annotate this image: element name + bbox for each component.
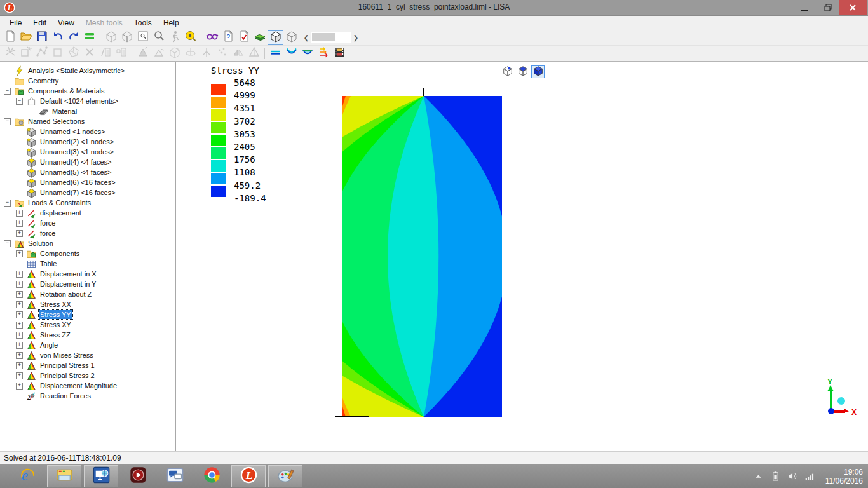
taskbar-media-player-button[interactable]: [121, 465, 155, 487]
undo-button[interactable]: [50, 30, 65, 45]
restore-button[interactable]: [818, 0, 837, 15]
tree-item-components[interactable]: +Components: [0, 248, 175, 259]
layers-button[interactable]: [252, 30, 268, 45]
view-hidden-line-cube-button[interactable]: [516, 65, 529, 78]
tree-item-default-1024-elements[interactable]: −Default <1024 elements>: [0, 96, 175, 106]
tree-item-label[interactable]: Unnamed(4) <4 faces>: [39, 158, 113, 166]
tree-expander-plus-icon[interactable]: +: [16, 383, 23, 390]
tree-item-label[interactable]: force: [39, 219, 57, 227]
tree-expander-plus-icon[interactable]: +: [16, 372, 23, 379]
tree-item-displacement-in-y[interactable]: +Displacement in Y: [0, 279, 175, 289]
tree-item-label[interactable]: Loads & Constraints: [27, 198, 92, 207]
menu-item-edit[interactable]: Edit: [27, 17, 52, 29]
tree-expander-minus-icon[interactable]: −: [4, 88, 11, 95]
tree-item-label[interactable]: Material: [51, 107, 78, 116]
tree-expander-plus-icon[interactable]: +: [16, 271, 23, 278]
taskbar-ie-button[interactable]: e: [10, 465, 44, 487]
tree-expander-plus-icon[interactable]: +: [16, 291, 23, 298]
tree-item-stress-zz[interactable]: +Stress ZZ: [0, 330, 175, 340]
cube-wireframe-button[interactable]: [283, 30, 299, 45]
speaker-icon[interactable]: [787, 471, 799, 482]
tree-item-label[interactable]: Reaction Forces: [39, 391, 92, 400]
tree-item-label[interactable]: Table: [39, 259, 58, 268]
tree-item-displacement[interactable]: +displacement: [0, 208, 175, 218]
model-viewport[interactable]: Stress YY 564849994351370230532405175611…: [180, 62, 868, 451]
tree-expander-minus-icon[interactable]: −: [16, 98, 23, 105]
glasses-button[interactable]: [204, 30, 220, 45]
tree-expander-plus-icon[interactable]: +: [16, 322, 23, 329]
close-button[interactable]: [839, 0, 867, 15]
redo-button[interactable]: [65, 30, 81, 45]
tree-item-stress-xx[interactable]: +Stress XX: [0, 299, 175, 309]
scroll-thumb[interactable]: [312, 33, 335, 41]
tree-item-label[interactable]: Stress ZZ: [39, 330, 72, 339]
tree-item-unnamed-1-nodes[interactable]: Unnamed <1 nodes>: [0, 126, 175, 137]
taskbar-remote-desktop-button[interactable]: [84, 465, 118, 487]
battery-icon[interactable]: [770, 471, 782, 482]
tree-item-reaction-forces[interactable]: ΣReaction Forces: [0, 391, 175, 401]
tree-item-label[interactable]: Unnamed(3) <1 nodes>: [39, 147, 115, 156]
tree-item-label[interactable]: Stress YY: [39, 310, 72, 319]
tree-item-label[interactable]: Stress XY: [39, 320, 72, 329]
tree-item-principal-stress-2[interactable]: +Principal Stress 2: [0, 370, 175, 381]
load-arrows-button[interactable]: [315, 46, 331, 61]
tree-item-label[interactable]: Displacement Magnitude: [39, 381, 118, 390]
tree-item-unnamed-5-4-faces[interactable]: Unnamed(5) <4 faces>: [0, 167, 175, 177]
tree-item-label[interactable]: Principal Stress 2: [39, 371, 96, 380]
shell-line-button[interactable]: [268, 46, 283, 61]
tray-up-icon[interactable]: [753, 471, 764, 482]
tree-expander-plus-icon[interactable]: +: [16, 311, 23, 318]
taskbar-messaging-button[interactable]: [158, 465, 192, 487]
tree-item-principal-stress-1[interactable]: +Principal Stress 1: [0, 360, 175, 370]
tree-item-unnamed-6-16-faces[interactable]: Unnamed(6) <16 faces>: [0, 177, 175, 187]
tree-expander-plus-icon[interactable]: +: [16, 220, 23, 227]
cube-solid-button[interactable]: [268, 30, 283, 45]
tree-item-unnamed-2-1-nodes[interactable]: Unnamed(2) <1 nodes>: [0, 137, 175, 147]
tree-item-label[interactable]: Named Selections: [27, 117, 86, 126]
zoom-box-button[interactable]: [135, 30, 151, 45]
tree-item-label[interactable]: Angle: [39, 341, 59, 349]
tree-item-angle[interactable]: +Angle: [0, 340, 175, 350]
tree-item-analysis-static-axisymmetric[interactable]: Analysis <Static Axisymmetric>: [0, 65, 175, 76]
tree-item-label[interactable]: Unnamed(7) <16 faces>: [39, 188, 117, 197]
tree-item-displacement-magnitude[interactable]: +Displacement Magnitude: [0, 381, 175, 391]
measure-button[interactable]: [182, 30, 198, 45]
tree-item-stress-yy[interactable]: +Stress YY: [0, 309, 175, 320]
tree-item-force[interactable]: +force: [0, 228, 175, 238]
tree-item-label[interactable]: Unnamed(5) <4 faces>: [39, 168, 113, 177]
tree-item-label[interactable]: Default <1024 elements>: [39, 97, 119, 105]
scroll-left-icon[interactable]: ❮: [302, 32, 311, 43]
tree-item-named-selections[interactable]: −Named Selections: [0, 116, 175, 126]
tree-item-geometry[interactable]: Geometry: [0, 76, 175, 86]
tree-item-material[interactable]: Material: [0, 106, 175, 116]
tree-expander-plus-icon[interactable]: +: [16, 332, 23, 339]
view-shaded-cube-button[interactable]: [531, 65, 545, 78]
tree-item-table[interactable]: Table: [0, 259, 175, 269]
scroll-right-icon[interactable]: ❯: [351, 32, 360, 43]
page-question-button[interactable]: ?: [220, 30, 236, 45]
tree-item-label[interactable]: Unnamed <1 nodes>: [39, 127, 107, 136]
tree-item-stress-xy[interactable]: +Stress XY: [0, 320, 175, 330]
tree-item-von-mises-stress[interactable]: +von Mises Stress: [0, 350, 175, 360]
tree-item-unnamed-4-4-faces[interactable]: Unnamed(4) <4 faces>: [0, 157, 175, 167]
tree-expander-minus-icon[interactable]: −: [4, 240, 11, 247]
tree-item-label[interactable]: Components: [39, 249, 81, 258]
tree-item-force[interactable]: +force: [0, 218, 175, 228]
tree-item-unnamed-3-1-nodes[interactable]: Unnamed(3) <1 nodes>: [0, 147, 175, 157]
tree-item-label[interactable]: von Mises Stress: [39, 351, 95, 360]
tree-item-label[interactable]: Components & Materials: [27, 86, 105, 95]
tree-expander-plus-icon[interactable]: +: [16, 230, 23, 237]
tree-item-label[interactable]: displacement: [39, 208, 83, 217]
minimize-button[interactable]: [796, 0, 815, 15]
menu-item-help[interactable]: Help: [158, 17, 185, 29]
view-wireframe-cube-button[interactable]: [501, 65, 514, 78]
tree-expander-plus-icon[interactable]: +: [16, 352, 23, 359]
menu-item-tools[interactable]: Tools: [128, 17, 158, 29]
tree-item-label[interactable]: Rotation about Z: [39, 290, 93, 299]
tree-item-label[interactable]: force: [39, 229, 57, 238]
tree-item-label[interactable]: Unnamed(2) <1 nodes>: [39, 137, 115, 146]
zoom-button[interactable]: [151, 30, 166, 45]
taskbar-chrome-button[interactable]: [194, 465, 229, 487]
tree-item-label[interactable]: Geometry: [27, 76, 60, 85]
save-button[interactable]: [34, 30, 50, 45]
